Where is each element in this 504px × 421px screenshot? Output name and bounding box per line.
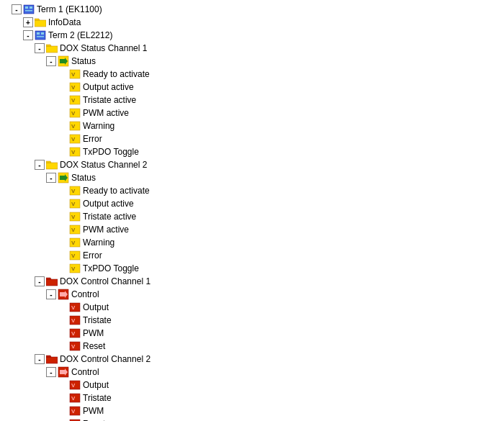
tree-row-s2-pwm[interactable]: V PWM active xyxy=(0,223,504,236)
tree-row-dox-control-ch2[interactable]: - DOX Control Channel 2 xyxy=(0,353,504,366)
tree-node-label: Control xyxy=(71,289,99,299)
tree-row-s1-ready[interactable]: V Ready to activate xyxy=(0,68,504,81)
tree-row-term1[interactable]: - Term 1 (EK1100) xyxy=(0,3,504,16)
tree-node-label: DOX Control Channel 1 xyxy=(60,276,150,286)
tree-row-c2-tristate[interactable]: V Tristate xyxy=(0,391,504,404)
expander--[interactable]: - xyxy=(35,43,45,53)
tree-node-label: Ready to activate xyxy=(83,186,150,196)
tree-row-status2[interactable]: - Status xyxy=(0,171,504,184)
svg-text:V: V xyxy=(71,253,76,259)
tree-row-term2[interactable]: - Term 2 (EL2212) xyxy=(0,29,504,42)
svg-text:V: V xyxy=(71,97,76,104)
tree-row-c2-reset[interactable]: V Reset xyxy=(0,417,504,421)
svg-text:V: V xyxy=(71,395,76,402)
expander--[interactable]: - xyxy=(23,30,33,40)
tree-row-c2-pwm[interactable]: V PWM xyxy=(0,404,504,417)
var-red-icon: V xyxy=(69,380,81,390)
svg-text:V: V xyxy=(71,408,76,415)
tree-node-label: Error xyxy=(83,134,102,144)
var-red-icon: V xyxy=(69,328,81,338)
var-yellow-icon: V xyxy=(69,121,81,131)
tree-node-label: DOX Status Channel 1 xyxy=(60,43,147,53)
tree-node-label: Reset xyxy=(83,341,105,351)
expander--[interactable]: - xyxy=(46,173,56,183)
var-yellow-icon: V xyxy=(69,108,81,118)
status-arrow-icon xyxy=(58,55,69,67)
expander--[interactable]: - xyxy=(46,367,56,377)
expander--[interactable]: - xyxy=(35,160,45,170)
tree-row-s2-ready[interactable]: V Ready to activate xyxy=(0,184,504,197)
tree-node-label: PWM xyxy=(83,328,104,338)
expander-+[interactable]: + xyxy=(23,17,33,27)
tree-row-s1-warning[interactable]: V Warning xyxy=(0,119,504,132)
tree-node-label: Warning xyxy=(83,121,114,131)
tree-row-c1-tristate[interactable]: V Tristate xyxy=(0,314,504,327)
tree-node-label: Error xyxy=(83,250,102,261)
tree-row-infodata1[interactable]: + InfoData xyxy=(0,16,504,29)
svg-text:V: V xyxy=(71,227,76,233)
var-red-icon: V xyxy=(69,302,81,312)
folder-red-icon xyxy=(46,276,58,286)
tree-row-c1-pwm[interactable]: V PWM xyxy=(0,327,504,340)
svg-text:V: V xyxy=(71,214,76,220)
svg-rect-0 xyxy=(24,5,34,14)
tree-row-s2-output[interactable]: V Output active xyxy=(0,197,504,210)
var-red-icon: V xyxy=(69,393,81,403)
tree-node-label: Output active xyxy=(83,199,134,209)
control-arrow-red-icon xyxy=(58,366,69,378)
var-yellow-icon: V xyxy=(69,237,81,248)
tree-view: - Term 1 (EK1100)+ InfoData- Term 2 (EL2… xyxy=(0,0,504,421)
tree-row-control1[interactable]: - Control xyxy=(0,288,504,301)
folder-yellow-icon xyxy=(46,43,58,53)
svg-rect-7 xyxy=(37,36,44,37)
tree-node-label: Term 2 (EL2212) xyxy=(48,30,112,40)
tree-row-s2-txpdo[interactable]: V TxPDO Toggle xyxy=(0,262,504,275)
svg-text:V: V xyxy=(71,71,76,78)
tree-row-s1-tristate[interactable]: V Tristate active xyxy=(0,94,504,107)
tree-row-s1-output[interactable]: V Output active xyxy=(0,81,504,94)
expander--[interactable]: - xyxy=(35,276,45,286)
var-yellow-icon: V xyxy=(69,69,81,79)
var-red-icon: V xyxy=(69,406,81,416)
tree-row-s1-pwm[interactable]: V PWM active xyxy=(0,107,504,119)
svg-rect-3 xyxy=(25,10,32,12)
tree-row-control2[interactable]: - Control xyxy=(0,366,504,379)
expander--[interactable]: - xyxy=(46,56,56,66)
tree-row-s2-error[interactable]: V Error xyxy=(0,249,504,262)
tree-row-c1-reset[interactable]: V Reset xyxy=(0,340,504,353)
svg-rect-5 xyxy=(37,32,40,35)
expander--[interactable]: - xyxy=(46,289,56,299)
tree-node-label: DOX Status Channel 2 xyxy=(60,160,147,170)
svg-text:V: V xyxy=(71,123,76,130)
tree-row-s2-tristate[interactable]: V Tristate active xyxy=(0,210,504,223)
expander--[interactable]: - xyxy=(35,354,45,364)
tree-row-s1-error[interactable]: V Error xyxy=(0,132,504,145)
tree-node-label: Control xyxy=(71,367,99,377)
folder-yellow-icon xyxy=(46,160,58,170)
tree-row-dox-status-ch2[interactable]: - DOX Status Channel 2 xyxy=(0,158,504,171)
tree-node-label: Term 1 (EK1100) xyxy=(37,4,102,14)
term-blue-icon xyxy=(23,4,35,15)
tree-node-label: Tristate active xyxy=(83,95,136,105)
svg-text:V: V xyxy=(71,136,76,142)
tree-row-s1-txpdo[interactable]: V TxPDO Toggle xyxy=(0,145,504,158)
svg-rect-4 xyxy=(35,31,45,40)
tree-node-label: Tristate xyxy=(83,393,112,403)
svg-text:V: V xyxy=(71,240,76,246)
svg-text:V: V xyxy=(71,330,76,337)
tree-row-s2-warning[interactable]: V Warning xyxy=(0,236,504,249)
svg-text:V: V xyxy=(71,266,76,272)
var-yellow-icon: V xyxy=(69,82,81,92)
tree-row-dox-status-ch1[interactable]: - DOX Status Channel 1 xyxy=(0,42,504,55)
var-red-icon: V xyxy=(69,315,81,325)
tree-row-c2-output[interactable]: V Output xyxy=(0,379,504,391)
var-yellow-icon: V xyxy=(69,263,81,273)
tree-row-dox-control-ch1[interactable]: - DOX Control Channel 1 xyxy=(0,275,504,288)
tree-row-c1-output[interactable]: V Output xyxy=(0,301,504,314)
tree-node-label: TxPDO Toggle xyxy=(83,147,139,157)
control-arrow-red-icon xyxy=(58,289,69,300)
tree-node-label: Output xyxy=(83,380,109,390)
expander--[interactable]: - xyxy=(12,4,22,14)
svg-text:V: V xyxy=(71,110,76,117)
tree-row-status1[interactable]: - Status xyxy=(0,55,504,68)
